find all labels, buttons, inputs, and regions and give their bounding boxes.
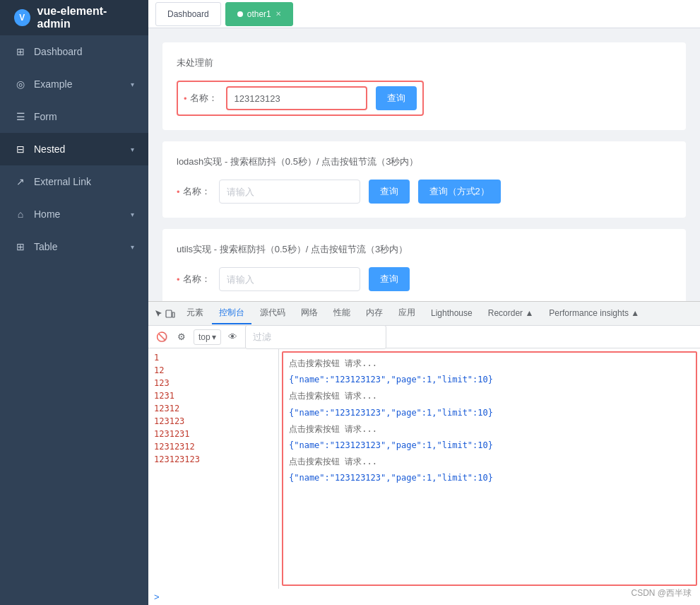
sidebar-item-label-dashboard: Dashboard [34, 46, 134, 57]
sidebar-item-form[interactable]: Form [0, 100, 148, 133]
svg-rect-1 [172, 312, 174, 317]
form-label-3: • 名称： [177, 273, 210, 286]
list-item: 12312312 [148, 440, 278, 453]
sidebar-item-home[interactable]: Home ▾ [0, 198, 148, 230]
label-text-1: 名称： [190, 92, 218, 105]
section1-form-group: • 名称： 查询 [177, 81, 424, 116]
chevron-down-icon-nested: ▾ [131, 146, 134, 153]
tab-other1-label: other1 [247, 9, 271, 19]
list-item: 12 [148, 364, 278, 377]
tab-performance[interactable]: 性能 [326, 303, 357, 324]
dashboard-icon [14, 45, 27, 58]
logo-icon: V [14, 9, 30, 26]
list-item: {"name":"123123123","page":1,"limit":10} [283, 437, 696, 454]
example-icon [14, 78, 27, 90]
required-star-2: • [177, 187, 180, 197]
eye-button[interactable]: 👁 [225, 329, 241, 345]
console-right-panel: 点击搜索按钮 请求...{"name":"123123123","page":1… [282, 351, 697, 586]
tab-sources[interactable]: 源代码 [253, 303, 292, 324]
tabs-bar: Dashboard other1 ✕ [148, 0, 700, 28]
page-area: 未处理前 • 名称： 查询 lodash实现 - 搜索框防抖（ [148, 28, 700, 301]
name-input-2[interactable] [219, 180, 360, 204]
list-item: {"name":"123123123","page":1,"limit":10} [283, 405, 696, 421]
sidebar-item-label-example: Example [34, 78, 124, 90]
form-row-1: • 名称： 查询 [184, 86, 417, 110]
svg-rect-0 [166, 310, 172, 317]
close-icon[interactable]: ✕ [275, 10, 281, 18]
sidebar: V vue-element-admin Dashboard Example ▾ … [0, 0, 148, 605]
sidebar-item-example[interactable]: Example ▾ [0, 68, 148, 100]
sidebar-item-label-form: Form [34, 111, 134, 122]
query-button-3[interactable]: 查询 [369, 267, 410, 291]
sidebar-item-nested[interactable]: Nested ▾ [0, 133, 148, 165]
required-star: • [184, 93, 187, 104]
section-title-2: lodash实现 - 搜索框防抖（0.5秒）/ 点击按钮节流（3秒内） [177, 155, 672, 168]
required-star-3: • [177, 274, 180, 285]
external-link-icon [14, 175, 27, 188]
form-icon [14, 110, 27, 123]
sidebar-item-external-link[interactable]: External Link [0, 165, 148, 198]
name-input-1[interactable] [226, 86, 367, 110]
tab-other1[interactable]: other1 ✕ [225, 2, 293, 26]
tab-application[interactable]: 应用 [391, 303, 422, 324]
name-input-3[interactable] [219, 267, 360, 291]
settings-button[interactable]: ⚙ [174, 329, 189, 345]
list-item: 123123 [148, 415, 278, 428]
tab-dashboard-label: Dashboard [167, 9, 209, 19]
tab-performance-insights[interactable]: Performance insights ▲ [542, 303, 646, 324]
devtools-body: 1121231231123121231231231231123123121231… [148, 348, 700, 589]
section-title-1: 未处理前 [177, 57, 672, 69]
section-unprocessed: 未处理前 • 名称： 查询 [162, 42, 686, 130]
list-item: 1 [148, 351, 278, 364]
filter-input[interactable] [245, 325, 386, 349]
label-text-3: 名称： [183, 273, 210, 286]
query-button-2b[interactable]: 查询（方式2） [418, 180, 501, 204]
dropdown-arrow-icon: ▾ [212, 332, 216, 342]
tab-elements[interactable]: 元素 [179, 303, 210, 324]
tab-network[interactable]: 网络 [294, 303, 325, 324]
devtools-panel: 元素 控制台 源代码 网络 性能 内存 应用 [148, 301, 700, 605]
list-item: {"name":"123123123","page":1,"limit":10} [283, 470, 696, 486]
watermark: CSDN @西半球 [631, 587, 692, 599]
chevron-down-icon-home: ▾ [131, 211, 134, 218]
devtools-cursor-icon[interactable] [154, 309, 164, 319]
tab-lighthouse[interactable]: Lighthouse [424, 303, 480, 324]
query-button-1[interactable]: 查询 [376, 86, 417, 110]
list-item: 1231231 [148, 428, 278, 440]
logo-text: vue-element-admin [37, 5, 134, 30]
list-item: 点击搜索按钮 请求... [283, 356, 696, 372]
devtools-device-icon[interactable] [165, 309, 175, 319]
list-item: 点击搜索按钮 请求... [283, 388, 696, 404]
tab-dashboard[interactable]: Dashboard [155, 2, 221, 26]
top-selector[interactable]: top ▾ [194, 329, 221, 345]
form-label-2: • 名称： [177, 185, 210, 198]
tab-memory[interactable]: 内存 [359, 303, 390, 324]
chevron-down-icon-table: ▾ [131, 243, 134, 251]
section-lodash: lodash实现 - 搜索框防抖（0.5秒）/ 点击按钮节流（3秒内） • 名称… [162, 141, 686, 218]
list-item: 点击搜索按钮 请求... [283, 421, 696, 437]
list-item: 12312 [148, 402, 278, 415]
section-utils: utils实现 - 搜索框防抖（0.5秒）/ 点击按钮节流（3秒内） • 名称：… [162, 229, 686, 301]
list-item: 点击搜索按钮 请求... [283, 454, 696, 470]
console-arrow: > [148, 589, 700, 605]
sidebar-item-label-table: Table [34, 241, 124, 252]
sidebar-item-dashboard[interactable]: Dashboard [0, 35, 148, 68]
label-text-2: 名称： [183, 185, 210, 198]
sidebar-item-label-nested: Nested [34, 143, 124, 155]
clear-console-button[interactable]: 🚫 [154, 329, 170, 345]
tab-recorder[interactable]: Recorder ▲ [481, 303, 541, 324]
sidebar-item-label-external-link: External Link [34, 176, 134, 187]
sidebar-item-table[interactable]: Table ▾ [0, 230, 148, 263]
chevron-down-icon: ▾ [131, 81, 134, 88]
tab-dot [237, 11, 243, 17]
sidebar-item-label-home: Home [34, 208, 124, 220]
devtools-tabs-bar: 元素 控制台 源代码 网络 性能 内存 应用 [148, 302, 700, 326]
main-content: Dashboard other1 ✕ 未处理前 • 名称： [148, 0, 700, 605]
form-row-3: • 名称： 查询 [177, 267, 672, 291]
list-item: 123 [148, 377, 278, 389]
query-button-2a[interactable]: 查询 [369, 180, 410, 204]
section-title-3: utils实现 - 搜索框防抖（0.5秒）/ 点击按钮节流（3秒内） [177, 243, 672, 256]
tab-console[interactable]: 控制台 [212, 303, 251, 324]
form-row-2: • 名称： 查询 查询（方式2） [177, 180, 672, 204]
list-item: 123123123 [148, 453, 278, 466]
